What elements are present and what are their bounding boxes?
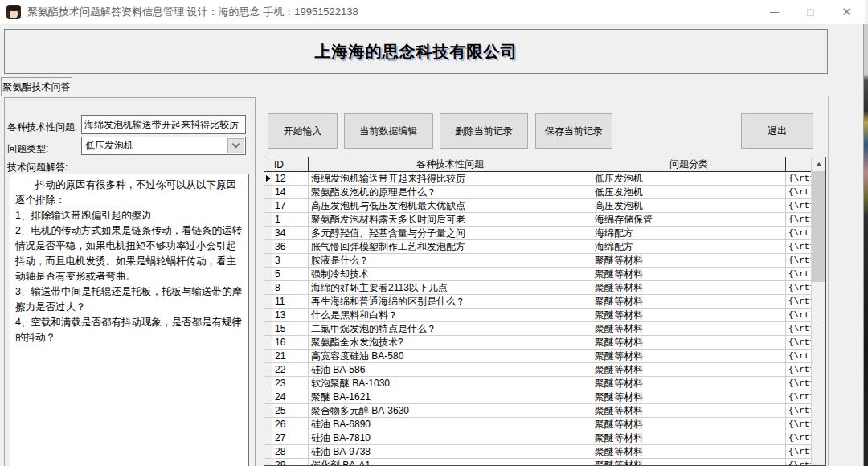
tab-qa[interactable]: 聚氨酯技术问答 [1,77,72,96]
category-label: 问题类型: [7,142,48,156]
cell-question: 二氯甲烷发泡的特点是什么？ [309,322,592,335]
table-row[interactable]: 15二氯甲烷发泡的特点是什么？聚醚等材料{\rtf [264,322,825,336]
table-row[interactable]: 3胺液是什么？聚醚等材料{\rtf [264,254,825,268]
grid-header-row: ID 各种技术性问题 问题分类 [264,157,825,172]
cell-id: 12 [272,172,309,185]
cell-category: 聚醚等材料 [592,445,786,458]
cell-category: 聚醚等材料 [592,404,786,417]
category-selected-value: 低压发泡机 [85,137,133,154]
cell-category: 聚醚等材料 [592,377,786,390]
close-button[interactable]: ✕ [829,0,865,24]
cell-id: 34 [272,227,309,239]
cell-row-selector [264,431,272,444]
edit-record-button[interactable]: 当前数据编辑 [344,113,433,149]
start-input-button[interactable]: 开始输入 [268,113,338,149]
cell-id: 8 [272,281,309,294]
cell-category: 聚醚等材料 [592,295,786,308]
cell-category: 聚醚等材料 [592,281,786,294]
cell-id: 17 [272,199,309,212]
question-input[interactable]: 海绵发泡机输送带开起来抖得比较厉 [81,115,246,134]
table-row[interactable]: 8海绵的好坏主要看2113以下几点聚醚等材料{\rtf [264,281,825,295]
cell-category: 聚醚等材料 [592,268,786,280]
cell-id: 1 [272,213,309,226]
table-row[interactable]: 16聚氨酯全水发泡技术?聚醚等材料{\rtf [264,336,825,350]
window-controls: ✕ [756,0,865,24]
cell-category: 高压发泡机 [592,199,786,212]
table-row[interactable]: 29催化剂 BA-A1聚醚等材料{\rtf [264,459,825,466]
cell-row-selector [264,199,272,212]
table-row[interactable]: 23软泡聚醚 BA-1030聚醚等材料{\rtf [264,377,825,390]
cell-row-selector [264,268,272,280]
answer-label: 技术问题解答: [7,161,68,174]
table-row[interactable]: 22硅油 BA-586聚醚等材料{\rtf [264,363,825,377]
grid-header-id: ID [272,157,309,171]
table-row[interactable]: 24聚醚 BA-1621聚醚等材料{\rtf [264,390,825,404]
table-row[interactable]: 12海绵发泡机输送带开起来抖得比较厉低压发泡机{\rtf [264,172,825,186]
cell-row-selector [264,172,272,185]
table-row[interactable]: 11再生海绵和普通海绵的区别是什么？聚醚等材料{\rtf [264,295,825,309]
maximize-button[interactable] [792,0,829,24]
cell-question: 海绵的好坏主要看2113以下几点 [309,281,592,294]
cell-question: 硅油 BA-6890 [309,418,592,431]
cell-question: 高压发泡机与低压发泡机最大优缺点 [309,199,592,212]
table-row[interactable]: 5强制冷却技术聚醚等材料{\rtf [264,268,825,281]
cell-row-selector [264,445,272,458]
cell-category: 低压发泡机 [592,186,786,198]
table-row[interactable]: 36胀气慢回弹模塑制作工艺和发泡配方海绵配方{\rtf [264,240,825,254]
cell-row-selector [264,186,272,198]
grid-header-question: 各种技术性问题 [309,157,592,171]
category-select[interactable]: 低压发泡机 [81,137,246,155]
table-row[interactable]: 14聚氨酯发泡机的原理是什么？低压发泡机{\rtf [264,186,825,199]
cell-row-selector [264,404,272,417]
cell-question: 什么是黑料和白料？ [309,309,592,321]
cell-id: 21 [272,350,309,362]
window-title: 聚氨酯技术问题解答资料信息管理 设计：海的思念 手机：19951522138 [27,5,358,19]
table-row[interactable]: 13什么是黑料和白料？聚醚等材料{\rtf [264,309,825,322]
cell-row-selector [264,254,272,267]
table-row[interactable]: 17高压发泡机与低压发泡机最大优缺点高压发泡机{\rtf [264,199,825,213]
cell-row-selector [264,459,272,466]
delete-record-button[interactable]: 删除当前记录 [440,113,528,149]
answer-textarea[interactable]: 抖动的原因有很多种，不过你可以从以下原因逐个排除： 1、排除输送带跑偏引起的擦边… [10,174,249,466]
grid-vertical-scrollbar[interactable] [811,157,825,465]
cell-category: 聚醚等材料 [592,350,786,362]
cell-id: 25 [272,404,309,417]
cell-id: 24 [272,390,309,403]
exit-button[interactable]: 退出 [741,113,813,149]
company-header-panel: 上海海的思念科技有限公司 [4,29,828,74]
cell-row-selector [264,240,272,253]
cell-row-selector [264,390,272,403]
grid-header-category: 问题分类 [592,157,786,171]
table-row[interactable]: 25聚合物多元醇 BA-3630聚醚等材料{\rtf [264,404,825,418]
cell-id: 36 [272,240,309,253]
save-record-button[interactable]: 保存当前记录 [535,113,612,149]
cell-id: 11 [272,295,309,308]
table-row[interactable]: 27硅油 BA-7810聚醚等材料{\rtf [264,431,825,445]
cell-category: 聚醚等材料 [592,459,786,466]
cell-question: 聚氨酯发泡机的原理是什么？ [309,186,592,198]
table-row[interactable]: 1聚氨酯发泡材料露天多长时间后可老海绵存储保管{\rtf [264,213,825,227]
cell-row-selector [264,295,272,308]
table-row[interactable]: 34多元醇羟值、羟基含量与分子量之间海绵配方{\rtf [264,227,825,240]
table-row[interactable]: 21高宽容度硅油 BA-580聚醚等材料{\rtf [264,350,825,363]
cell-category: 聚醚等材料 [592,418,786,431]
cell-question: 聚氨酯发泡材料露天多长时间后可老 [309,213,592,226]
scrollbar-thumb[interactable] [812,171,825,282]
cell-question: 硅油 BA-9738 [309,445,592,458]
cell-category: 聚醚等材料 [592,431,786,444]
minimize-button[interactable] [756,0,792,24]
cell-question: 催化剂 BA-A1 [309,459,592,466]
combo-dropdown-button[interactable] [227,138,244,153]
table-row[interactable]: 26硅油 BA-6890聚醚等材料{\rtf [264,418,825,431]
scrollbar-up-button[interactable] [812,157,825,171]
cell-question: 多元醇羟值、羟基含量与分子量之间 [309,227,592,239]
cell-id: 5 [272,268,309,280]
records-grid: ID 各种技术性问题 问题分类 12海绵发泡机输送带开起来抖得比较厉低压发泡机{… [264,157,826,466]
table-row[interactable]: 28硅油 BA-9738聚醚等材料{\rtf [264,445,825,459]
cell-id: 27 [272,431,309,444]
cell-id: 28 [272,445,309,458]
cell-question: 聚氨酯全水发泡技术? [309,336,592,349]
cell-question: 硅油 BA-586 [309,363,592,376]
cell-category: 海绵配方 [592,227,786,239]
cell-question: 软泡聚醚 BA-1030 [309,377,592,390]
